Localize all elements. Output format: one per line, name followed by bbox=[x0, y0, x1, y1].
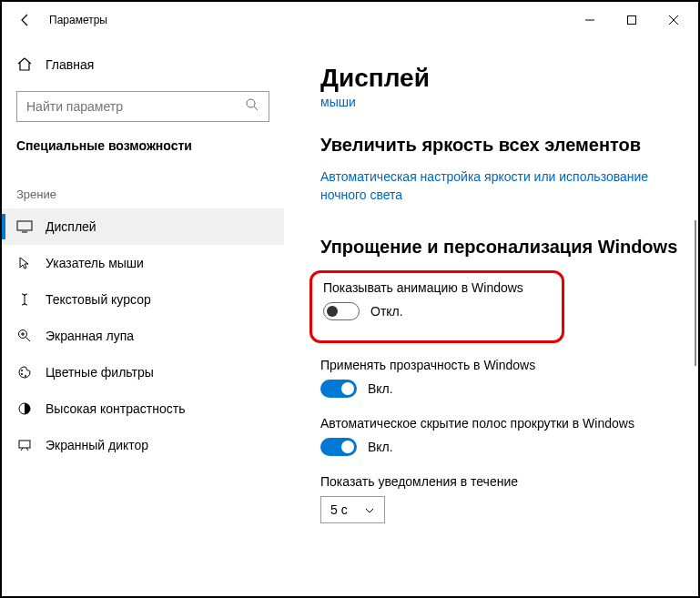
settings-window: Параметры Главная Специальные возможност… bbox=[0, 0, 700, 598]
magnifier-icon bbox=[16, 328, 33, 344]
toggle-state: Откл. bbox=[370, 304, 403, 319]
section-simplify-title: Упрощение и персонализация Windows bbox=[320, 237, 678, 258]
back-button[interactable] bbox=[9, 4, 42, 36]
toggle-state: Вкл. bbox=[368, 381, 393, 396]
toggle-transparency[interactable] bbox=[320, 380, 357, 398]
nav-label: Текстовый курсор bbox=[46, 292, 151, 307]
window-title: Параметры bbox=[49, 14, 569, 26]
search-icon bbox=[245, 97, 259, 116]
svg-rect-17 bbox=[19, 441, 30, 448]
sidebar-item-magnifier[interactable]: Экранная лупа bbox=[2, 318, 284, 354]
nav-label: Дисплей bbox=[46, 219, 96, 234]
main-panel: Дисплей мыши Увеличить яркость всех элем… bbox=[284, 38, 698, 596]
truncated-link[interactable]: мыши bbox=[320, 95, 678, 109]
page-title: Дисплей bbox=[320, 64, 678, 93]
sidebar-item-high-contrast[interactable]: Высокая контрастность bbox=[2, 390, 284, 427]
svg-point-4 bbox=[247, 99, 255, 107]
dropdown-value: 5 с bbox=[330, 502, 348, 517]
notification-duration-label: Показать уведомления в течение bbox=[320, 474, 678, 489]
narrator-icon bbox=[16, 437, 33, 453]
search-box[interactable] bbox=[16, 91, 269, 122]
sidebar-item-color-filters[interactable]: Цветные фильтры bbox=[2, 354, 284, 390]
nav-label: Указатель мыши bbox=[46, 256, 144, 270]
group-label: Зрение bbox=[2, 169, 284, 208]
svg-point-15 bbox=[25, 375, 26, 377]
toggle-state: Вкл. bbox=[368, 440, 393, 454]
palette-icon bbox=[16, 364, 33, 380]
close-button[interactable] bbox=[653, 5, 695, 35]
contrast-icon bbox=[16, 400, 33, 417]
text-cursor-icon bbox=[16, 291, 33, 308]
home-label: Главная bbox=[46, 57, 94, 72]
content-area: Главная Специальные возможности Зрение Д… bbox=[2, 38, 698, 596]
sidebar-item-text-cursor[interactable]: Текстовый курсор bbox=[2, 281, 284, 318]
toggle-label-scrollbars: Автоматическое скрытие полос прокрутки в… bbox=[320, 416, 678, 431]
section-brightness-title: Увеличить яркость всех элементов bbox=[320, 135, 678, 156]
scrollbar[interactable] bbox=[695, 220, 696, 366]
notification-duration-dropdown[interactable]: 5 с bbox=[320, 496, 385, 523]
svg-point-13 bbox=[21, 370, 23, 371]
nav-label: Экранный диктор bbox=[46, 438, 148, 452]
display-icon bbox=[16, 218, 33, 235]
cursor-icon bbox=[16, 255, 33, 271]
brightness-link[interactable]: Автоматическая настройка яркости или исп… bbox=[320, 168, 678, 204]
svg-rect-1 bbox=[628, 16, 636, 25]
chevron-down-icon bbox=[364, 502, 375, 517]
svg-line-10 bbox=[26, 338, 31, 342]
toggle-label-transparency: Применять прозрачность в Windows bbox=[320, 358, 678, 372]
sidebar-item-narrator[interactable]: Экранный диктор bbox=[2, 427, 284, 463]
toggle-scrollbars[interactable] bbox=[320, 438, 357, 456]
toggle-label-animations: Показывать анимацию в Windows bbox=[323, 280, 551, 295]
window-controls bbox=[569, 5, 695, 35]
svg-point-14 bbox=[21, 373, 23, 375]
highlight-annotation: Показывать анимацию в Windows Откл. bbox=[309, 270, 564, 343]
category-label: Специальные возможности bbox=[2, 138, 284, 169]
home-icon bbox=[16, 56, 33, 73]
svg-line-5 bbox=[254, 106, 258, 110]
search-input[interactable] bbox=[26, 99, 245, 114]
titlebar: Параметры bbox=[2, 2, 698, 38]
sidebar: Главная Специальные возможности Зрение Д… bbox=[2, 38, 284, 596]
sidebar-item-display[interactable]: Дисплей bbox=[2, 208, 284, 245]
nav-label: Высокая контрастность bbox=[46, 401, 185, 416]
home-nav-item[interactable]: Главная bbox=[2, 49, 284, 80]
nav-label: Экранная лупа bbox=[46, 329, 134, 343]
nav-label: Цветные фильтры bbox=[46, 365, 154, 380]
sidebar-item-mouse-pointer[interactable]: Указатель мыши bbox=[2, 245, 284, 281]
minimize-button[interactable] bbox=[569, 5, 611, 35]
toggle-animations[interactable] bbox=[323, 302, 360, 320]
svg-rect-6 bbox=[17, 221, 32, 230]
maximize-button[interactable] bbox=[611, 5, 653, 35]
